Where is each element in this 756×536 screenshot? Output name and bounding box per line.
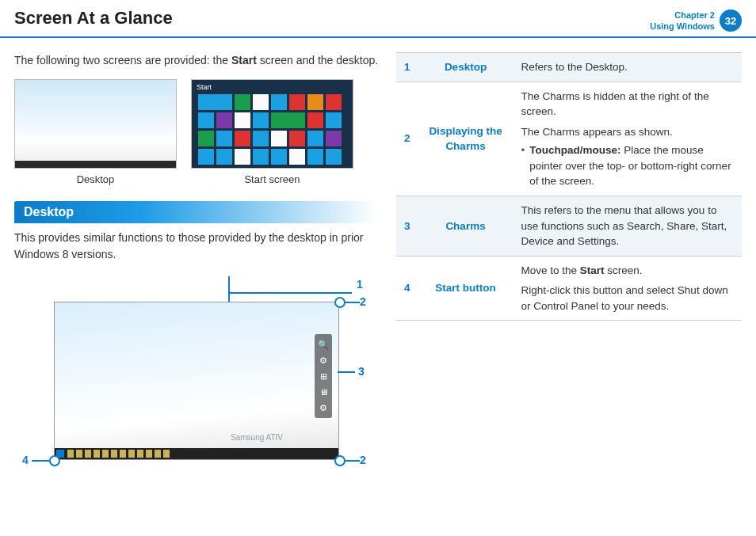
- callout-2b: 2: [334, 454, 366, 466]
- taskbar: [55, 448, 338, 459]
- share-icon: ⚙: [318, 355, 329, 366]
- big-desktop-screenshot: 🔍 ⚙ ⊞ 🖥 ⚙ Samsung ATIV: [54, 302, 339, 460]
- thumb-start-caption: Start screen: [191, 173, 353, 185]
- callout-4: 4: [22, 454, 60, 466]
- row2-line2: The Charms appears as shown.: [521, 124, 734, 140]
- row4-term: Start button: [418, 256, 514, 321]
- thumbnail-row: Desktop Start Start screen: [14, 79, 379, 185]
- charms-bar: 🔍 ⚙ ⊞ 🖥 ⚙: [315, 334, 332, 418]
- callout-3: 3: [338, 365, 365, 378]
- table-row: 3 Charms This refers to the menu that al…: [396, 196, 742, 256]
- thumb-desktop-caption: Desktop: [14, 173, 177, 185]
- start-tiles: [198, 94, 346, 165]
- row4-num: 4: [396, 256, 418, 321]
- start-label: Start: [197, 83, 212, 91]
- start-icon: ⊞: [318, 371, 329, 382]
- table-row: 1 Desktop Refers to the Desktop.: [396, 53, 742, 82]
- page-title: Screen At a Glance: [14, 8, 650, 29]
- devices-icon: 🖥: [318, 386, 329, 397]
- taskbar-icons: [67, 450, 170, 458]
- row1-num: 1: [396, 53, 418, 82]
- table-row: 2 Displaying the Charms The Charms is hi…: [396, 82, 742, 196]
- row3-desc: This refers to the menu that allows you …: [514, 196, 742, 256]
- intro-text: The following two screens are provided: …: [14, 52, 379, 68]
- row2-desc: The Charms is hidden at the right of the…: [514, 82, 742, 196]
- intro-bold: Start: [231, 54, 257, 67]
- row4-desc: Move to the Start screen. Right-click th…: [514, 256, 742, 321]
- callout-1-num: 1: [357, 278, 363, 291]
- settings-icon: ⚙: [318, 402, 329, 413]
- chapter-line2: Using Windows: [650, 21, 715, 32]
- page-number-badge: 32: [720, 10, 742, 32]
- row3-num: 3: [396, 196, 418, 256]
- row4-line2: Right-click this button and select Shut …: [521, 283, 734, 314]
- bullet-dot-icon: •: [521, 143, 525, 189]
- annotated-screenshot: 🔍 ⚙ ⊞ 🖥 ⚙ Samsung ATIV 1: [14, 286, 379, 476]
- thumb-desktop: [14, 79, 177, 169]
- chapter-label: Chapter 2 Using Windows: [650, 10, 715, 32]
- search-icon: 🔍: [318, 339, 329, 350]
- chapter-line1: Chapter 2: [650, 10, 715, 21]
- row2-bullet-bold: Touchpad/mouse:: [529, 144, 620, 156]
- row1-desc: Refers to the Desktop.: [514, 53, 742, 82]
- row2-bullet: • Touchpad/mouse: Place the mouse pointe…: [521, 143, 734, 189]
- intro-pre: The following two screens are provided: …: [14, 54, 231, 67]
- row4-line1: Move to the Start screen.: [521, 263, 734, 279]
- row2-line1: The Charms is hidden at the right of the…: [521, 89, 734, 120]
- thumb-desktop-box: Desktop: [14, 79, 177, 185]
- section-heading: Desktop: [14, 201, 379, 223]
- intro-post: screen and the desktop.: [257, 54, 378, 67]
- table-row: 4 Start button Move to the Start screen.…: [396, 256, 742, 321]
- thumb-start: Start: [191, 79, 353, 169]
- brand-watermark: Samsung ATIV: [231, 433, 283, 442]
- row2-term: Displaying the Charms: [418, 82, 514, 196]
- definitions-table: 1 Desktop Refers to the Desktop. 2 Displ…: [396, 52, 742, 321]
- section-text: This provides similar functions to those…: [14, 230, 379, 262]
- row1-term: Desktop: [418, 53, 514, 82]
- row3-term: Charms: [418, 196, 514, 256]
- thumb-start-box: Start Start screen: [191, 79, 353, 185]
- row2-num: 2: [396, 82, 418, 196]
- page-header: Screen At a Glance Chapter 2 Using Windo…: [0, 0, 756, 38]
- callout-2a: 2: [334, 295, 366, 308]
